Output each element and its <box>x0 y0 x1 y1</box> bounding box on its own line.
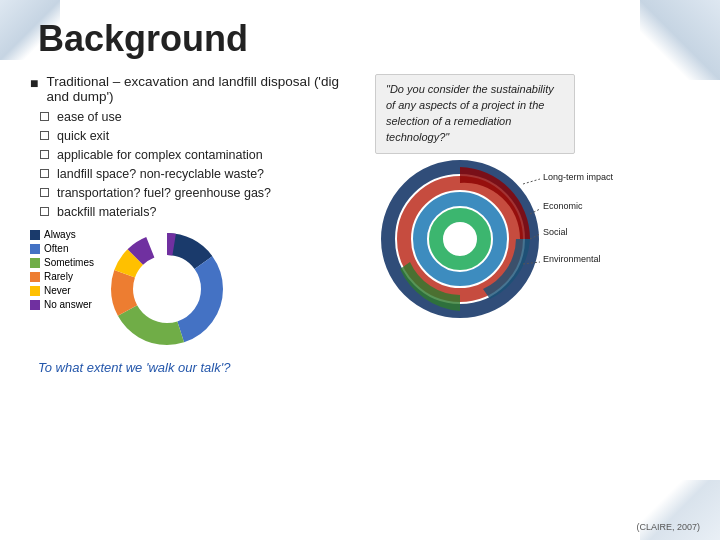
legend-item-1: Often <box>30 243 94 254</box>
sub-bullet-text-6: backfill materials? <box>57 205 156 219</box>
sub-bullet-text-4: landfill space? non-recyclable waste? <box>57 167 264 181</box>
legend-label-5: No answer <box>44 299 92 310</box>
main-bullet-item: ■ Traditional – excavation and landfill … <box>30 74 360 104</box>
svg-point-6 <box>139 261 195 317</box>
legend-item-2: Sometimes <box>30 257 94 268</box>
square-icon-1 <box>40 112 49 121</box>
legend-color-3 <box>30 272 40 282</box>
svg-line-12 <box>523 179 540 184</box>
legend-label-0: Always <box>44 229 76 240</box>
main-bullet-text: Traditional – excavation and landfill di… <box>46 74 360 104</box>
sub-bullet-6: backfill materials? <box>40 205 360 219</box>
legend-item-3: Rarely <box>30 271 94 282</box>
right-legend-label-2: Economic <box>543 201 583 211</box>
page-title: Background <box>38 18 690 60</box>
square-icon-4 <box>40 169 49 178</box>
legend-color-2 <box>30 258 40 268</box>
legend-label-4: Never <box>44 285 71 296</box>
square-icon-6 <box>40 207 49 216</box>
right-legend-label-1: Long-term impact <box>543 172 613 182</box>
chart-legend: Always Often Sometimes Rarely Never No a… <box>30 229 94 310</box>
chart-area: Always Often Sometimes Rarely Never No a… <box>30 224 360 354</box>
left-column: ■ Traditional – excavation and landfill … <box>30 74 370 375</box>
sub-bullet-4: landfill space? non-recyclable waste? <box>40 167 360 181</box>
square-icon-2 <box>40 131 49 140</box>
sub-bullets-list: ease of use quick exit applicable for co… <box>40 110 360 219</box>
square-icon-3 <box>40 150 49 159</box>
right-column: "Do you consider the sustainability of a… <box>370 74 690 375</box>
legend-color-5 <box>30 300 40 310</box>
sub-bullet-2: quick exit <box>40 129 360 143</box>
page-content: Background ■ Traditional – excavation an… <box>0 0 720 540</box>
svg-point-11 <box>448 227 472 251</box>
sub-bullet-5: transportation? fuel? greenhouse gas? <box>40 186 360 200</box>
callout-box: "Do you consider the sustainability of a… <box>375 74 575 154</box>
square-icon-5 <box>40 188 49 197</box>
legend-color-1 <box>30 244 40 254</box>
sub-bullet-text-1: ease of use <box>57 110 122 124</box>
legend-item-0: Always <box>30 229 94 240</box>
bullet-icon-main: ■ <box>30 75 38 91</box>
citation-text: (CLAIRE, 2007) <box>636 522 700 532</box>
legend-label-2: Sometimes <box>44 257 94 268</box>
right-legend-label-3: Social <box>543 227 568 237</box>
donut-chart-left <box>102 224 232 354</box>
sub-bullet-3: applicable for complex contamination <box>40 148 360 162</box>
legend-color-4 <box>30 286 40 296</box>
legend-color-0 <box>30 230 40 240</box>
donut-chart-right: Long-term impact Economic Social Environ… <box>375 154 545 314</box>
legend-label-3: Rarely <box>44 271 73 282</box>
sub-bullet-text-3: applicable for complex contamination <box>57 148 263 162</box>
sub-bullet-text-5: transportation? fuel? greenhouse gas? <box>57 186 271 200</box>
sub-bullet-1: ease of use <box>40 110 360 124</box>
legend-item-4: Never <box>30 285 94 296</box>
main-layout: ■ Traditional – excavation and landfill … <box>30 74 690 375</box>
right-legend-label-4: Environmental <box>543 254 601 264</box>
legend-label-1: Often <box>44 243 68 254</box>
sub-bullet-text-2: quick exit <box>57 129 109 143</box>
legend-item-5: No answer <box>30 299 94 310</box>
italic-question: To what extent we 'walk our talk'? <box>38 360 360 375</box>
